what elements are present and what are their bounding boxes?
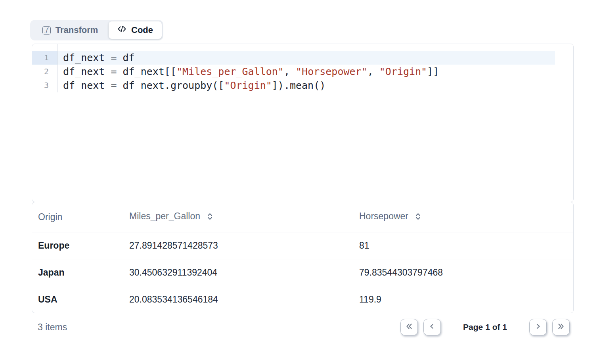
column-header-miles-per-gallon[interactable]: Miles_per_Gallon bbox=[129, 211, 359, 223]
tab-code[interactable]: Code bbox=[109, 21, 162, 39]
cell-origin: USA bbox=[32, 294, 129, 305]
first-page-button[interactable] bbox=[400, 319, 418, 335]
page-indicator: Page 1 of 1 bbox=[463, 322, 507, 332]
previous-page-button[interactable] bbox=[423, 319, 441, 335]
table-header-row: Origin Miles_per_Gallon Horsepower bbox=[32, 202, 573, 232]
chevron-left-icon bbox=[429, 323, 436, 331]
cell-horsepower: 79.83544303797468 bbox=[359, 267, 573, 278]
double-chevron-left-icon bbox=[405, 322, 413, 332]
table-row: Japan 30.450632911392404 79.835443037974… bbox=[32, 259, 573, 286]
pagination: Page 1 of 1 bbox=[400, 319, 574, 335]
cell-horsepower: 119.9 bbox=[359, 294, 573, 305]
line-number: 3 bbox=[32, 79, 57, 92]
code-content[interactable]: df_next = df df_next = df_next[["Miles_p… bbox=[58, 44, 573, 92]
items-count: 3 items bbox=[32, 322, 67, 333]
line-number: 2 bbox=[32, 65, 57, 79]
tab-code-label: Code bbox=[131, 25, 153, 35]
view-switcher: ƒ Transform Code bbox=[30, 20, 163, 40]
cell-horsepower: 81 bbox=[359, 240, 573, 251]
column-header-horsepower[interactable]: Horsepower bbox=[359, 211, 573, 223]
result-table: Origin Miles_per_Gallon Horsepower Europ… bbox=[32, 202, 574, 313]
code-line-3[interactable]: df_next = df_next.groupby(["Origin"]).me… bbox=[58, 79, 555, 92]
column-header-origin: Origin bbox=[32, 212, 129, 222]
table-footer: 3 items Page 1 of 1 bbox=[32, 318, 574, 336]
cell-origin: Europe bbox=[32, 240, 129, 251]
cell-miles-per-gallon: 27.891428571428573 bbox=[129, 240, 359, 251]
code-line-1[interactable]: df_next = df bbox=[58, 51, 555, 65]
table-row: Europe 27.891428571428573 81 bbox=[32, 232, 573, 259]
next-page-button[interactable] bbox=[529, 319, 547, 335]
tab-transform[interactable]: ƒ Transform bbox=[32, 21, 109, 39]
table-row: USA 20.083534136546184 119.9 bbox=[32, 286, 573, 313]
code-line-2[interactable]: df_next = df_next[["Miles_per_Gallon", "… bbox=[58, 65, 555, 79]
function-icon: ƒ bbox=[42, 26, 51, 34]
sort-icon[interactable] bbox=[207, 212, 213, 223]
code-editor[interactable]: 1 2 3 df_next = df df_next = df_next[["M… bbox=[32, 44, 574, 202]
cell-miles-per-gallon: 30.450632911392404 bbox=[129, 267, 359, 278]
cell-origin: Japan bbox=[32, 267, 129, 278]
line-number: 1 bbox=[32, 51, 57, 65]
code-icon bbox=[117, 25, 126, 35]
chevron-right-icon bbox=[534, 323, 542, 331]
sort-icon[interactable] bbox=[415, 212, 421, 223]
cell-miles-per-gallon: 20.083534136546184 bbox=[129, 294, 359, 305]
double-chevron-right-icon bbox=[557, 322, 565, 332]
tab-transform-label: Transform bbox=[56, 25, 98, 35]
last-page-button[interactable] bbox=[552, 319, 570, 335]
line-number-gutter: 1 2 3 bbox=[32, 44, 58, 92]
